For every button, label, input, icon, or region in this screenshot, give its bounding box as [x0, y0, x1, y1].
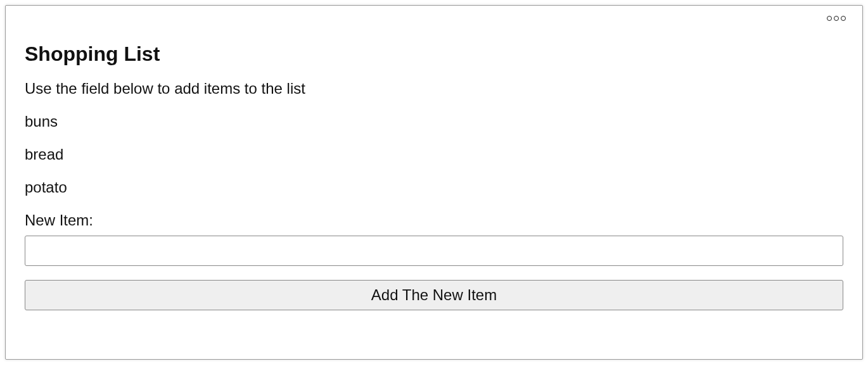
new-item-input[interactable]	[25, 236, 843, 266]
new-item-label: New Item:	[25, 212, 843, 229]
card-title: Shopping List	[25, 42, 843, 66]
item-list: buns bread potato	[25, 113, 843, 196]
shopping-list-card: Shopping List Use the field below to add…	[5, 5, 863, 360]
list-item: potato	[25, 179, 843, 196]
list-item: bread	[25, 146, 843, 163]
add-item-button[interactable]: Add The New Item	[25, 280, 843, 310]
more-options-icon[interactable]	[827, 16, 846, 21]
card-subtitle: Use the field below to add items to the …	[25, 80, 843, 98]
list-item: buns	[25, 113, 843, 130]
